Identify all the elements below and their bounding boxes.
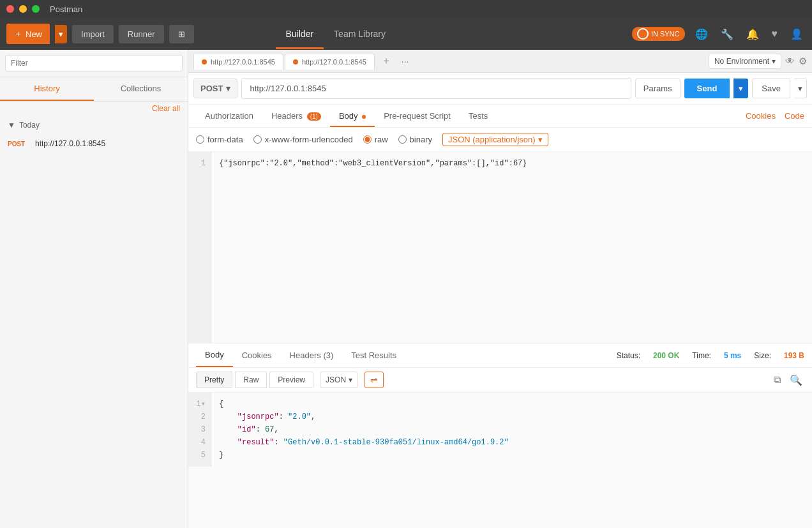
raw-radio[interactable] (363, 135, 372, 144)
tab-dot-1 (293, 59, 298, 64)
sidebar-tab-collections[interactable]: Collections (94, 77, 188, 101)
history-date-today[interactable]: ▼ Today (0, 116, 188, 135)
wrench-icon[interactable]: 🔧 (718, 26, 736, 43)
env-eye-icon[interactable]: 👁 (785, 56, 795, 66)
code-editor: 1 {"jsonrpc":"2.0","method":"web3_client… (188, 152, 812, 343)
runner-button[interactable]: Runner (119, 25, 164, 43)
sync-badge: IN SYNC (632, 27, 685, 41)
params-button[interactable]: Params (635, 79, 680, 98)
raw-button[interactable]: Raw (235, 372, 267, 388)
new-button[interactable]: ＋ New (6, 24, 50, 44)
workspace-button[interactable]: ⊞ (169, 25, 194, 43)
maximize-button[interactable] (32, 5, 40, 13)
minimize-button[interactable] (19, 5, 27, 13)
heart-icon[interactable]: ♥ (769, 26, 781, 42)
save-button[interactable]: Save (752, 79, 790, 98)
copy-icon[interactable]: ⧉ (772, 372, 783, 388)
json-select-label: JSON (326, 375, 346, 384)
send-dropdown-button[interactable]: ▾ (733, 79, 748, 98)
wrap-icon[interactable]: ⇌ (365, 372, 384, 388)
json-type-dropdown[interactable]: JSON (application/json) ▾ (442, 133, 548, 146)
tab-pre-request[interactable]: Pre-request Script (375, 105, 460, 127)
tab-builder[interactable]: Builder (276, 24, 324, 44)
globe-icon[interactable]: 🌐 (693, 26, 710, 43)
save-dropdown-button[interactable]: ▾ (794, 79, 807, 98)
json-select-chevron-icon: ▾ (349, 375, 352, 384)
tab-authorization[interactable]: Authorization (196, 105, 262, 127)
binary-option[interactable]: binary (398, 135, 432, 144)
resp-line-num-2: 2 (193, 411, 206, 423)
env-gear-icon[interactable]: ⚙ (799, 56, 807, 67)
resp-toolbar-right: ⧉ 🔍 (772, 372, 804, 388)
json-type-label: JSON (application/json) (448, 135, 536, 144)
resp-line-num-4: 4 (193, 436, 206, 449)
body-dot (362, 115, 366, 119)
resp-tab-test-results[interactable]: Test Results (342, 344, 405, 366)
form-data-radio[interactable] (196, 135, 204, 144)
resp-tabs-bar: Body Cookies Headers (3) Test Results St… (188, 343, 812, 368)
main-layout: History Collections Clear all ▼ Today PO… (0, 50, 812, 528)
close-button[interactable] (6, 5, 14, 13)
resp-line-num-3: 3 (193, 423, 206, 436)
request-tab-1[interactable]: http://127.0.0.1:8545 (285, 54, 375, 70)
resp-json-select[interactable]: JSON ▾ (320, 372, 358, 388)
method-select[interactable]: POST ▾ (193, 79, 237, 98)
request-area: http://127.0.0.1:8545 http://127.0.0.1:8… (188, 50, 812, 528)
binary-radio[interactable] (398, 135, 407, 144)
raw-option[interactable]: raw (363, 135, 388, 144)
urlencoded-option[interactable]: x-www-form-urlencoded (253, 135, 353, 144)
sync-label: IN SYNC (651, 30, 680, 38)
bell-icon[interactable]: 🔔 (744, 26, 762, 43)
headers-label: Headers (271, 111, 303, 121)
tab-dot (202, 59, 207, 64)
url-input[interactable] (241, 78, 631, 99)
request-tab-0[interactable]: http://127.0.0.1:8545 (193, 54, 283, 70)
form-data-label: form-data (207, 135, 243, 144)
resp-body-toolbar: Pretty Raw Preview JSON ▾ ⇌ ⧉ 🔍 (188, 368, 812, 393)
tab-team-library[interactable]: Team Library (324, 24, 396, 44)
resp-tab-cookies[interactable]: Cookies (233, 344, 281, 366)
tab-headers[interactable]: Headers (1) (262, 105, 330, 127)
chevron-down-icon: ▼ (8, 121, 15, 130)
tab-tests[interactable]: Tests (460, 105, 497, 127)
clear-all-button[interactable]: Clear all (0, 102, 188, 116)
size-label: Size: (754, 351, 771, 360)
resp-tab-body[interactable]: Body (196, 343, 233, 367)
json-chevron-icon: ▾ (538, 135, 543, 144)
resp-line-numbers: 1▾ 2 3 4 5 (188, 393, 211, 467)
filter-input[interactable] (5, 55, 183, 72)
resp-headers-label: Headers (290, 351, 321, 360)
req-tabs-right: Cookies Code (746, 111, 804, 121)
tab-url-1: http://127.0.0.1:8545 (302, 58, 366, 66)
send-button[interactable]: Send (684, 79, 730, 98)
code-link[interactable]: Code (785, 111, 804, 121)
env-dropdown[interactable]: No Environment ▾ (709, 54, 781, 69)
add-tab-button[interactable]: ＋ (376, 52, 396, 70)
new-label: New (26, 29, 42, 39)
raw-label: raw (375, 135, 388, 144)
resp-line-2: "jsonrpc": "2.0", (219, 411, 804, 423)
user-icon[interactable]: 👤 (788, 26, 806, 43)
tab-url-0: http://127.0.0.1:8545 (211, 58, 275, 66)
code-content[interactable]: {"jsonrpc":"2.0","method":"web3_clientVe… (211, 152, 812, 343)
new-dropdown-button[interactable]: ▾ (55, 25, 67, 43)
urlencoded-radio[interactable] (253, 135, 262, 144)
form-data-option[interactable]: form-data (196, 135, 243, 144)
binary-label: binary (410, 135, 432, 144)
resp-line-3: "id": 67, (219, 423, 804, 436)
more-tabs-button[interactable]: ··· (396, 54, 414, 69)
url-bar: POST ▾ Params Send ▾ Save ▾ (188, 73, 812, 105)
history-item[interactable]: POST http://127.0.0.1:8545 (0, 135, 188, 153)
import-button[interactable]: Import (72, 25, 114, 43)
time-value: 5 ms (724, 351, 741, 360)
sidebar-tab-history[interactable]: History (0, 77, 94, 101)
preview-button[interactable]: Preview (269, 372, 313, 388)
cookies-link[interactable]: Cookies (746, 111, 776, 121)
search-icon[interactable]: 🔍 (788, 372, 804, 388)
filter-box (0, 50, 188, 77)
resp-tab-headers[interactable]: Headers (3) (281, 344, 343, 366)
pretty-button[interactable]: Pretty (196, 372, 232, 388)
resp-line-5: } (219, 449, 804, 462)
size-value: 193 B (784, 351, 804, 360)
tab-body[interactable]: Body (330, 105, 375, 127)
